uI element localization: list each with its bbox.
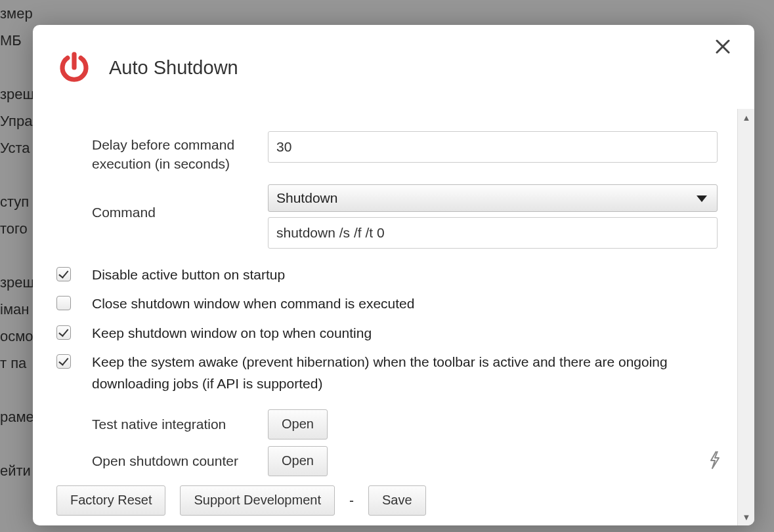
save-button[interactable]: Save [368, 485, 426, 516]
modal-title: Auto Shutdown [109, 57, 238, 79]
power-icon [56, 50, 92, 85]
modal-footer: Factory Reset Support Development - Save [56, 476, 718, 521]
command-select[interactable]: Shutdown [268, 184, 718, 212]
disable-active-checkbox[interactable] [56, 267, 71, 281]
command-text-input[interactable] [268, 217, 718, 249]
chevron-down-icon [696, 190, 708, 206]
scroll-down-icon[interactable]: ▼ [738, 508, 754, 525]
keep-top-checkbox[interactable] [56, 325, 71, 340]
footer-separator: - [349, 493, 354, 508]
close-window-label: Close shutdown window when command is ex… [92, 293, 718, 315]
support-development-button[interactable]: Support Development [180, 485, 334, 516]
modal-header: Auto Shutdown [33, 25, 754, 92]
close-window-checkbox[interactable] [56, 296, 71, 310]
test-open-button[interactable]: Open [268, 409, 328, 440]
disable-active-label: Disable active button on startup [92, 264, 718, 286]
open-counter-label: Open shutdown counter [56, 446, 260, 476]
command-select-value: Shutdown [276, 190, 337, 206]
test-native-label: Test native integration [56, 409, 260, 440]
delay-label: Delay before command execution (in secon… [56, 131, 260, 174]
factory-reset-button[interactable]: Factory Reset [56, 485, 165, 516]
command-label: Command [56, 184, 260, 222]
keep-awake-checkbox[interactable] [56, 354, 71, 369]
keep-awake-label: Keep the system awake (prevent hibernati… [92, 352, 718, 394]
svg-marker-2 [697, 195, 707, 202]
counter-open-button[interactable]: Open [268, 446, 328, 476]
delay-input[interactable] [268, 131, 718, 163]
scroll-up-icon[interactable]: ▲ [738, 109, 754, 126]
modal-body: Delay before command execution (in secon… [33, 112, 737, 525]
close-icon[interactable] [711, 35, 735, 58]
scrollbar[interactable]: ▲ ▼ [737, 109, 754, 525]
keep-top-label: Keep shutdown window on top when countin… [92, 323, 718, 344]
settings-modal: Auto Shutdown ▲ ▼ Delay before command e… [33, 25, 754, 525]
